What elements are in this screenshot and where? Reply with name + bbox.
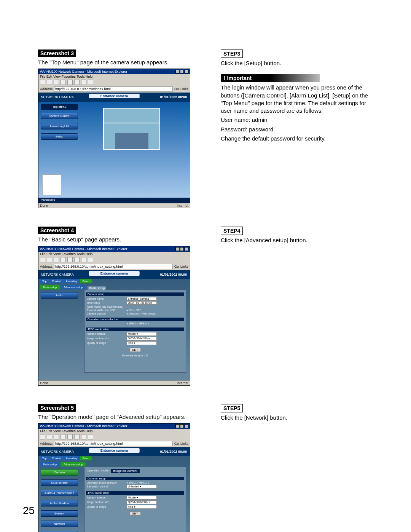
minimize-icon [175, 70, 179, 73]
address-input[interactable] [54, 86, 173, 92]
cred-username: User name: admin [221, 116, 377, 124]
refresh-select[interactable]: Middle ▾ [126, 332, 157, 336]
go-button[interactable]: Go [174, 87, 179, 91]
tab-control[interactable]: Control [49, 279, 63, 283]
browser-toolbar[interactable] [38, 79, 190, 86]
camera-icon [42, 174, 61, 195]
tab-advanced-setup[interactable]: Advanced setup [61, 285, 86, 289]
camera-datetime: 01/01/2002 00:00 [160, 95, 187, 99]
important-header: ! Important [221, 74, 320, 82]
browser-title: WV-NM100 Network Camera - Microsoft Inte… [40, 70, 127, 73]
section-screenshot-5: Screenshot 5 The "Operation mode" page o… [38, 404, 377, 532]
tab-basic-setup[interactable]: Basic setup [40, 285, 60, 289]
tab-setup[interactable]: Setup [80, 279, 91, 283]
browser-menubar[interactable]: File Edit View Favorites Tools Help [38, 74, 190, 79]
status-done: Done [40, 204, 48, 208]
caption-5: The "Operation mode" page of "Advanced s… [38, 413, 190, 421]
opmode-radio[interactable]: ● JPEG ○ MPEG-4 [126, 481, 149, 484]
links-label: Links [180, 87, 188, 91]
caption-3: The "Top Menu" page of the camera setup … [38, 59, 190, 66]
step4-label: STEP4 [221, 227, 243, 235]
refresh-select[interactable]: Middle ▾ [126, 496, 157, 500]
address-bar[interactable]: Address GoLinks [38, 263, 190, 270]
step3-label: STEP3 [221, 50, 243, 58]
tab-top[interactable]: Top [40, 279, 49, 283]
status-internet: Internet [177, 204, 188, 208]
tab-basic-setup[interactable]: Basic setup [40, 462, 60, 466]
alarm-transmission-nav[interactable]: Alarm & Transmission [41, 490, 78, 496]
advanced-setup-page: NETWORK CAMERA01/01/2002 00:00 Entrance … [38, 447, 190, 532]
badge-screenshot-4: Screenshot 4 [38, 227, 76, 234]
size-select[interactable]: QVGA(320x240) ▾ [126, 500, 157, 504]
address-label: Address [40, 87, 53, 91]
quality-select[interactable]: Fine ▾ [126, 341, 157, 345]
camera-name-input[interactable]: Entrance_camera [126, 297, 157, 300]
badge-screenshot-5: Screenshot 5 [38, 404, 76, 412]
window-controls[interactable] [175, 247, 188, 251]
browser-toolbar[interactable] [38, 256, 190, 263]
firmware-version: Firmware version: 1.0 [84, 354, 186, 357]
brand-bar: Panasonic [38, 198, 190, 203]
browser-window-3: WV-NM100 Network Camera - Microsoft Inte… [38, 69, 190, 208]
maximize-icon [180, 70, 184, 73]
close-icon [185, 70, 188, 73]
size-select[interactable]: QVGA(320x240) ▾ [126, 337, 157, 340]
tab-operation-mode[interactable]: Operation mode [87, 469, 108, 473]
time-setup-input[interactable]: 2002 - 01 - 01 00:00 [126, 301, 157, 305]
camera-control-button[interactable]: Camera Control [41, 113, 78, 119]
camera-title: Entrance camera [89, 94, 140, 98]
address-input[interactable] [54, 441, 173, 446]
basic-setup-page: NETWORK CAMERA01/01/2002 00:00 Entrance … [38, 270, 190, 380]
browser-title: WV-NM100 Network Camera - Microsoft Inte… [40, 247, 127, 251]
camera-brand: NETWORK CAMERA [41, 95, 74, 99]
alarm-log-list-button[interactable]: Alarm Log List [41, 123, 78, 129]
basic-setup-panel: Basic setup Camera setup Camera nameEntr… [84, 290, 186, 373]
tab-alarm[interactable]: Alarm log [64, 279, 80, 283]
cred-password: Password: password [221, 126, 377, 133]
authentication-nav[interactable]: Authentication [41, 500, 78, 506]
section-screenshot-3: Screenshot 3 The "Top Menu" page of the … [38, 50, 377, 215]
quality-select[interactable]: Fine ▾ [126, 505, 157, 509]
cred-note: Change the default password for security… [221, 135, 377, 142]
step5-label: STEP5 [221, 404, 243, 412]
tab-image-adjustment[interactable]: Image adjustment [111, 469, 140, 473]
step4-text: Click the [Advanced setup] button. [221, 236, 377, 244]
browser-menubar[interactable]: File Edit View Favorites Tools Help [38, 252, 190, 256]
camera-nav[interactable]: Camera [41, 469, 78, 476]
tab-advanced-setup[interactable]: Advanced setup [61, 462, 86, 466]
important-text: The login window will appear when you pr… [221, 84, 377, 115]
mode-radio[interactable]: ● JPEG ○ MPEG-4 [126, 322, 149, 325]
browser-window-4: WV-NM100 Network Camera - Microsoft Inte… [38, 246, 190, 386]
step3-text: Click the [Setup] button. [221, 59, 377, 67]
camera-live-thumbnail [103, 108, 160, 150]
address-bar[interactable]: Address Go Links [38, 86, 190, 93]
bandwidth-select[interactable]: Unlimited ▾ [126, 485, 157, 489]
multiscreen-nav[interactable]: Multi-screen [41, 479, 78, 486]
address-input[interactable] [54, 264, 173, 269]
window-controls[interactable] [175, 70, 188, 73]
led-radio[interactable]: ● ON ○ OFF [126, 309, 141, 312]
section-screenshot-4: Screenshot 4 The "Basic setup" page appe… [38, 227, 377, 392]
operation-mode-panel: Operation mode Image adjustment Common s… [84, 467, 186, 532]
system-nav[interactable]: System [41, 510, 78, 517]
position-radio[interactable]: ● Desk top ○ Wall mount [126, 312, 156, 315]
page-number: 25 [23, 505, 35, 517]
set-button[interactable]: SET [129, 348, 141, 352]
browser-window-5: WV-NM100 Network Camera - Microsoft Inte… [38, 423, 190, 532]
camera-top-menu: NETWORK CAMERA 01/01/2002 00:00 Entrance… [38, 93, 190, 203]
caption-4: The "Basic setup" page appears. [38, 236, 190, 243]
step5-text: Click the [Network] button. [221, 414, 377, 422]
badge-screenshot-3: Screenshot 3 [38, 50, 76, 57]
window-controls[interactable] [175, 424, 188, 428]
set-button[interactable]: SET [129, 511, 141, 516]
topmenu-header: Top Menu [41, 104, 78, 110]
setup-button[interactable]: Setup [41, 133, 78, 140]
help-button[interactable]: Help [41, 292, 78, 299]
network-nav[interactable]: Network [41, 521, 78, 527]
